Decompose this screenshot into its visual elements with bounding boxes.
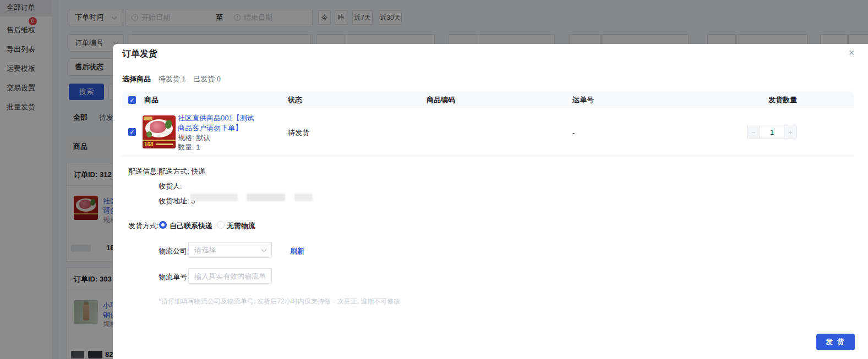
minus-icon: − [751, 128, 756, 136]
tracking-no-input[interactable] [194, 272, 266, 280]
decor-line [156, 143, 173, 145]
delivery-method: 配送方式: 快递 [159, 167, 205, 176]
address-label: 收货地址: 5 [159, 196, 195, 206]
select-all-checkbox[interactable]: ✓ [128, 96, 136, 104]
refresh-link[interactable]: 刷新 [290, 246, 304, 256]
chevron-down-icon [261, 247, 267, 252]
shipped-count: 已发货 0 [193, 75, 221, 83]
plus-icon: + [788, 128, 793, 136]
order-ship-modal: 订单发货 ✕ 选择商品 待发货 1 已发货 0 ✓ 商品 状态 商品编码 运单号… [113, 44, 868, 359]
product-qty: 数量: 1 [178, 142, 200, 152]
redacted-address-block [294, 194, 313, 201]
ship-submit-label: 发 货 [826, 337, 845, 347]
col-waybill: 运单号 [572, 92, 594, 108]
qty-decrease-button[interactable]: − [747, 125, 760, 139]
tag-shape [144, 117, 152, 120]
table-row: ✓ 168 社区直供商品001【测试 商品客户请勿下单】 规格: 默 [122, 108, 854, 156]
ship-qty-stepper: − + [747, 125, 797, 139]
logistics-company-label: 物流公司: [159, 246, 189, 256]
radio-self-contact-label[interactable]: 自己联系快递 [170, 221, 212, 231]
ship-method-label: 发货方式: [128, 221, 159, 231]
check-icon: ✓ [129, 97, 134, 103]
logistics-company-placeholder: 请选择 [194, 245, 216, 255]
radio-no-logistics-label[interactable]: 无需物流 [227, 221, 255, 231]
col-product-code: 商品编码 [427, 92, 455, 108]
select-product-row: 选择商品 待发货 1 已发货 0 [122, 74, 221, 84]
ship-note: *请仔细填写物流公司及物流单号, 发货后72小时内仅支持做一次更正, 逾期不可修… [159, 297, 400, 306]
product-name-line1: 社区直供商品001【测试 [178, 113, 254, 123]
qty-input[interactable] [760, 125, 784, 139]
row-checkbox[interactable]: ✓ [128, 128, 136, 136]
radio-self-contact[interactable] [159, 221, 167, 229]
tracking-no-field [188, 268, 272, 284]
select-product-label: 选择商品 [122, 75, 151, 83]
leaf-shape [146, 131, 152, 137]
ship-submit-button[interactable]: 发 货 [816, 334, 855, 350]
product-spec: 规格: 默认 [178, 133, 210, 143]
receiver-label: 收货人: [159, 181, 182, 191]
col-product: 商品 [144, 92, 159, 108]
status-value: 待发货 [288, 125, 309, 141]
logistics-company-select[interactable]: 请选择 [188, 242, 272, 258]
price-tag: 168 [144, 141, 154, 147]
col-ship-qty: 发货数量 [768, 92, 797, 108]
redacted-address-block [190, 194, 238, 201]
col-status: 状态 [288, 92, 302, 108]
product-name-link[interactable]: 社区直供商品001【测试 商品客户请勿下单】 [178, 113, 254, 133]
qty-increase-button[interactable]: + [784, 125, 796, 139]
leaf-shape [165, 120, 172, 129]
price-band: 168 [143, 140, 176, 148]
product-name-line2: 商品客户请勿下单】 [178, 123, 254, 133]
table-header: ✓ 商品 状态 商品编码 运单号 发货数量 [122, 92, 854, 108]
waybill-value: - [572, 125, 575, 141]
order-management-screen: 全部订单 0 售后维权 导出列表 运费模板 交易设置 批量发货 下单时间 [0, 0, 868, 359]
modal-title: 订单发货 [122, 48, 157, 60]
product-image: 168 [143, 115, 176, 148]
close-icon[interactable]: ✕ [848, 48, 855, 58]
tracking-no-label: 物流单号: [159, 272, 189, 282]
ship-product-table: ✓ 商品 状态 商品编码 运单号 发货数量 ✓ 168 [122, 92, 854, 156]
check-icon: ✓ [129, 129, 134, 135]
delivery-info-label: 配送信息: [128, 167, 159, 176]
redacted-address-block [247, 194, 285, 201]
pending-count: 待发货 1 [159, 75, 186, 83]
radio-no-logistics[interactable] [217, 221, 225, 229]
